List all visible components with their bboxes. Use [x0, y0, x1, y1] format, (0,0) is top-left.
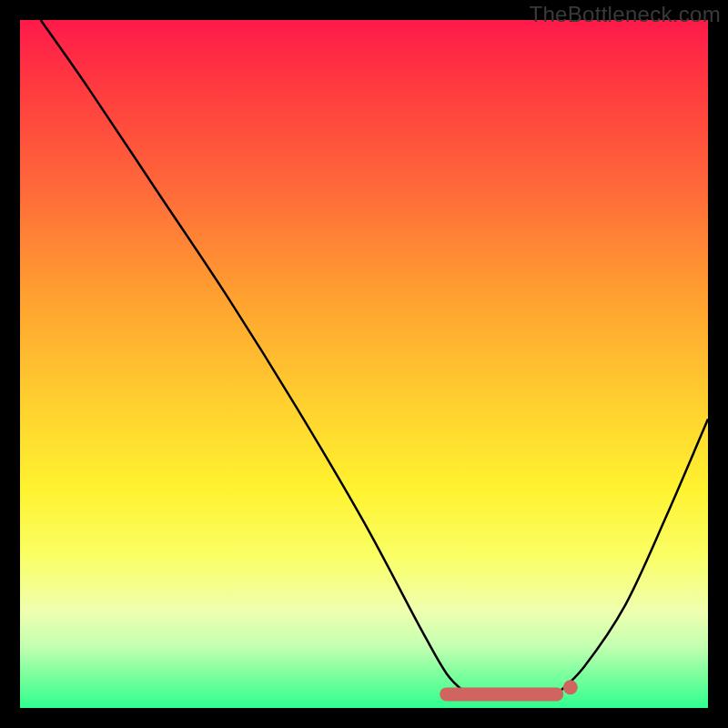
- right-curve: [557, 419, 708, 693]
- gradient-plot-area: [20, 20, 708, 708]
- watermark-text: TheBottleneck.com: [529, 2, 721, 27]
- left-curve: [41, 20, 468, 694]
- marker-dot: [563, 680, 578, 694]
- chart-svg: [20, 20, 708, 708]
